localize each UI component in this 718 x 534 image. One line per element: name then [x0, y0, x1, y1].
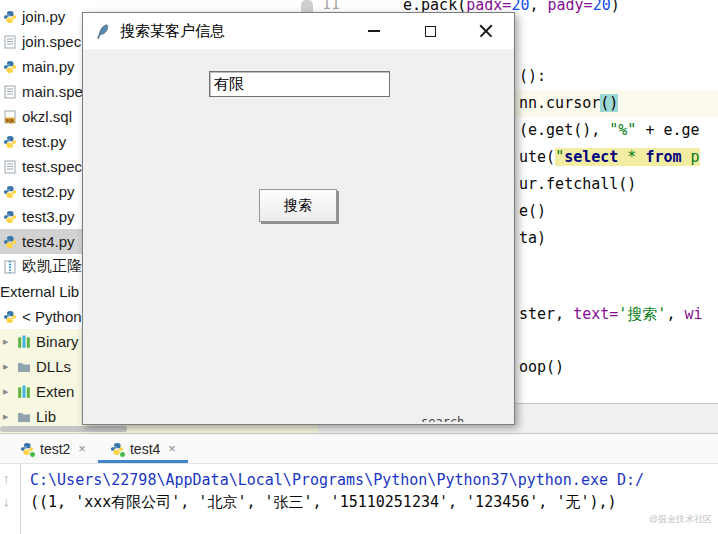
- tk-window-title: 搜索某客户信息: [120, 22, 225, 41]
- python-run-icon: [110, 442, 124, 456]
- code-token: ,: [529, 0, 547, 14]
- code-fragment: oop(): [519, 357, 564, 377]
- run-console: ↑ ↓ C:\Users\22798\AppData\Local\Program…: [0, 464, 718, 534]
- run-tab-bar: test2×test4×: [0, 434, 718, 464]
- code-token: (): [600, 94, 618, 112]
- tab-close-icon[interactable]: ×: [78, 441, 86, 456]
- search-entry-wrap: [209, 71, 390, 97]
- run-tab-test2[interactable]: test2×: [8, 434, 98, 463]
- console-up-arrow-icon[interactable]: ↑: [3, 472, 10, 485]
- run-tab-label: test4: [130, 441, 160, 457]
- code-token: select: [564, 148, 618, 166]
- code-fragment: ur.fetchall(): [519, 174, 636, 194]
- code-token: 20: [593, 0, 611, 14]
- console-line: ((1, 'xxx有限公司', '北京', '张三', '15110251234…: [30, 494, 617, 511]
- code-token: ": [555, 148, 564, 166]
- code-token: ():: [519, 67, 546, 85]
- ide-screen: join.pyjoin.specmain.pymain.specSQLokzl.…: [0, 0, 718, 534]
- run-tab-label: test2: [40, 441, 70, 457]
- search-button[interactable]: 搜索: [259, 189, 337, 222]
- maximize-icon: [425, 26, 436, 37]
- close-button[interactable]: [458, 13, 514, 49]
- code-token: e(): [519, 202, 546, 220]
- tab-close-icon[interactable]: ×: [168, 441, 176, 456]
- tk-title-bar[interactable]: 搜索某客户信息: [83, 13, 514, 49]
- code-token: pady=: [548, 0, 593, 14]
- code-fragment: ():: [519, 66, 546, 86]
- tk-feather-icon: [94, 23, 111, 40]
- code-fragment: ta): [519, 228, 546, 248]
- close-icon: [479, 24, 493, 38]
- code-token: '搜索': [618, 305, 666, 323]
- code-token: wi: [684, 305, 702, 323]
- console-line: C:\Users\22798\AppData\Local\Programs\Py…: [30, 472, 644, 489]
- code-fragment: nn.cursor(): [519, 93, 618, 113]
- code-token: + e.ge: [636, 121, 699, 139]
- search-input[interactable]: [210, 72, 389, 96]
- code-token: (e.get(),: [519, 121, 609, 139]
- maximize-button[interactable]: [402, 13, 458, 49]
- code-token: ute(: [519, 148, 555, 166]
- console-gutter: ↑ ↓: [0, 464, 21, 534]
- clipped-code-sliver: search: [421, 415, 464, 422]
- code-token: ,: [666, 305, 684, 323]
- running-indicator-dot: [29, 451, 36, 458]
- code-token: p: [682, 148, 700, 166]
- tk-search-window[interactable]: 搜索某客户信息 搜索 search: [82, 12, 515, 425]
- code-token: ): [611, 0, 620, 14]
- python-run-icon: [20, 442, 34, 456]
- code-token: oop(): [519, 358, 564, 376]
- run-tab-test4[interactable]: test4×: [98, 434, 188, 463]
- code-token: text=: [573, 305, 618, 323]
- running-indicator-dot: [119, 451, 126, 458]
- code-token: ster,: [519, 305, 573, 323]
- code-token: ur.fetchall(): [519, 175, 636, 193]
- code-token: *: [618, 148, 645, 166]
- minimize-icon: [368, 30, 380, 32]
- console-down-arrow-icon[interactable]: ↓: [3, 495, 10, 508]
- code-fragment: (e.get(), "%" + e.ge: [519, 120, 700, 140]
- minimize-button[interactable]: [346, 13, 402, 49]
- code-token: from: [645, 148, 681, 166]
- code-token: "%": [609, 121, 636, 139]
- watermark: @掘金技术社区: [649, 513, 712, 526]
- code-token: ta): [519, 229, 546, 247]
- code-token: nn.cursor: [519, 94, 600, 112]
- code-fragment: ute("select * from p: [519, 147, 700, 167]
- code-fragment: ster, text='搜索', wi: [519, 304, 703, 324]
- code-fragment: e(): [519, 201, 546, 221]
